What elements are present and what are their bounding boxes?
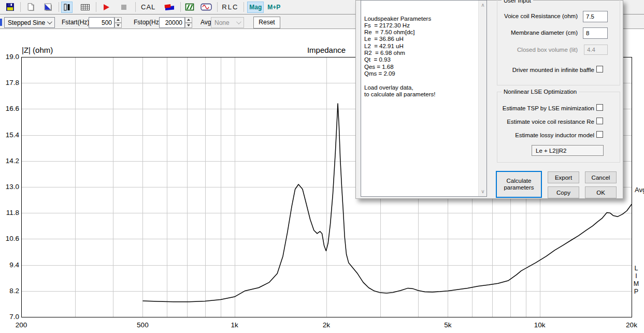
y-tick-label: 7.0: [0, 313, 19, 321]
calculate-parameters-button[interactable]: Calculate parameters: [496, 171, 542, 198]
membrane-diameter-input[interactable]: [583, 27, 608, 39]
table-icon[interactable]: [79, 2, 91, 13]
save-icon[interactable]: [4, 2, 16, 13]
y-tick-label: 8.2: [0, 287, 19, 295]
parameter-line: Loudspeaker Parameters: [364, 16, 486, 22]
loudspeaker-parameters-dialog: Loudspeaker ParametersFs = 2172.30 HzRe …: [355, 0, 623, 199]
fstart-spinner[interactable]: [115, 17, 122, 28]
limp-application-window: |Z| (ohm) Impedance Avg LIMP 19.017.816.…: [0, 0, 644, 333]
parameter-line: Re = 7.50 ohm[dc]: [364, 29, 486, 36]
estimate-re-checkbox[interactable]: [596, 118, 603, 124]
oscilloscope-icon[interactable]: [200, 2, 212, 13]
magnitude-view-button[interactable]: Mag: [247, 2, 264, 13]
stop-icon: [120, 3, 128, 11]
fstart-input[interactable]: [89, 17, 115, 28]
parameter-line: Qes = 1.68: [364, 64, 486, 70]
toolbar-separator: [96, 2, 96, 12]
spinner-down-icon[interactable]: [115, 23, 122, 28]
toolbar-separator: [180, 2, 181, 12]
inductor-model-select[interactable]: Le + L2||R2: [532, 145, 604, 156]
avg-select: None: [211, 17, 244, 28]
play-icon: [102, 3, 110, 11]
fstop-input[interactable]: [159, 17, 185, 28]
y-tick-label: 9.4: [0, 261, 19, 269]
scroll-up-icon[interactable]: ∧: [479, 1, 487, 9]
x-tick-label: 500: [131, 321, 154, 329]
inductor-model-value: Le + L2||R2: [536, 148, 566, 154]
new-document-icon[interactable]: [25, 2, 36, 13]
parameter-line: Qms = 2.09: [364, 70, 486, 77]
oscilloscope-icon: [201, 3, 212, 11]
parameter-line: L2 = 42.91 uH: [364, 43, 486, 50]
spinner-up-icon[interactable]: [115, 17, 122, 23]
x-tick-label: 1k: [223, 321, 246, 329]
estimate-tsp-label: Estimate TSP by LSE minimization: [485, 105, 594, 111]
y-tick-label: 15.4: [0, 131, 19, 139]
overlay-curves-icon[interactable]: [184, 2, 195, 13]
stop-icon[interactable]: [118, 2, 130, 13]
y-tick-label: 19.0: [0, 53, 19, 61]
x-tick-label: 200: [10, 321, 33, 329]
generator-flag-icon: [164, 4, 175, 11]
estimate-tsp-checkbox[interactable]: [596, 104, 603, 111]
fstop-spinner[interactable]: [185, 17, 192, 28]
fstart-label: Fstart(Hz): [62, 19, 89, 26]
scroll-down-icon[interactable]: ∨: [479, 187, 487, 196]
copy-button[interactable]: Copy: [548, 186, 579, 198]
infinite-baffle-label: Driver mounted in infinite baffle: [485, 67, 594, 73]
pause-icon[interactable]: [61, 2, 73, 13]
rlc-button[interactable]: RLC: [220, 2, 240, 13]
closed-box-volume-input: [584, 45, 608, 55]
listbox-scrollbar[interactable]: ∧ ∨: [478, 1, 486, 196]
sweep-type-value: Stepped Sine: [8, 19, 45, 26]
avg-side-label: Avg: [635, 186, 644, 194]
y-tick-label: 14.2: [0, 157, 19, 165]
parameter-line: [364, 77, 486, 84]
parameter-listbox[interactable]: Loudspeaker ParametersFs = 2172.30 HzRe …: [361, 0, 487, 197]
avg-value: None: [214, 19, 230, 26]
spinner-down-icon[interactable]: [185, 23, 192, 28]
magnitude-phase-view-button[interactable]: M+P: [265, 2, 282, 13]
y-tick-label: 13.0: [0, 183, 19, 191]
toolbar-separator: [217, 2, 218, 12]
ok-button[interactable]: OK: [585, 186, 617, 198]
calibrate-button[interactable]: CAL: [139, 2, 158, 13]
sweep-type-select[interactable]: Stepped Sine: [4, 17, 55, 28]
y-tick-label: 11.8: [0, 209, 19, 216]
parameter-line: Le = 36.86 uH: [364, 36, 486, 42]
toolbar-separator: [20, 2, 21, 12]
estimate-lossy-checkbox[interactable]: [596, 131, 603, 138]
cancel-button[interactable]: Cancel: [585, 171, 617, 183]
y-tick-label: 10.6: [0, 235, 19, 242]
chevron-down-icon: [236, 19, 241, 24]
x-tick-label: 2k: [315, 321, 338, 329]
x-tick-label: 20k: [620, 321, 643, 329]
clipped-icon-fragment: [0, 19, 2, 26]
parameter-line: Load overlay data,: [364, 84, 486, 91]
save-icon: [6, 3, 15, 11]
y-tick-label: 17.8: [0, 79, 19, 86]
parameter-line: Fs = 2172.30 Hz: [364, 22, 486, 29]
parameter-listbox-content: Loudspeaker ParametersFs = 2172.30 HzRe …: [364, 16, 486, 98]
toolbar-separator: [244, 2, 244, 12]
parameter-line: R2 = 6.98 ohm: [364, 50, 486, 56]
generator-flag-icon[interactable]: [164, 2, 175, 13]
reset-button[interactable]: Reset: [253, 17, 280, 28]
fstop-label: Fstop(Hz): [134, 19, 161, 26]
spinner-up-icon[interactable]: [185, 17, 192, 23]
nonlinear-lse-group-title: Nonlinear LSE Optimization: [502, 89, 579, 95]
x-tick-label: 10k: [528, 321, 551, 329]
export-button[interactable]: Export: [548, 171, 579, 183]
toolbar-separator: [59, 2, 59, 12]
play-icon[interactable]: [101, 2, 112, 13]
overlay-triangle-icon[interactable]: [42, 2, 53, 13]
y-tick-label: 16.6: [0, 105, 19, 112]
toolbar-separator: [135, 2, 136, 12]
parameter-line: to calculate all parameters!: [364, 91, 486, 98]
table-icon: [80, 3, 90, 11]
membrane-diameter-label: Membrane diameter (cm): [491, 30, 578, 36]
overlay-curves-icon: [185, 3, 194, 11]
voice-coil-resistance-input[interactable]: [583, 11, 608, 22]
parameter-line: Qt = 0.93: [364, 56, 486, 63]
infinite-baffle-checkbox[interactable]: [596, 66, 603, 73]
